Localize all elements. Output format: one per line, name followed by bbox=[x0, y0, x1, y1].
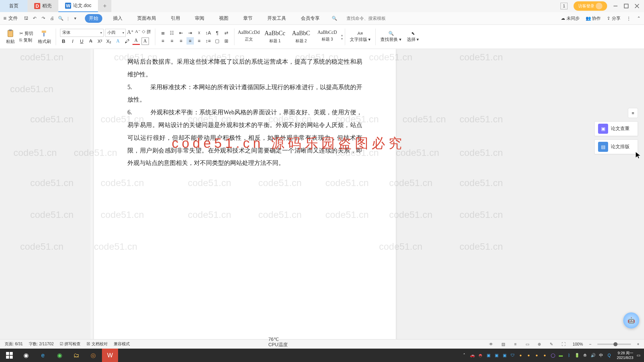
task-ie-icon[interactable]: e bbox=[35, 349, 51, 362]
tray-circle-icon[interactable]: ◯ bbox=[550, 352, 556, 358]
task-360-icon[interactable]: ◉ bbox=[52, 349, 68, 362]
tray-chevron-icon[interactable]: ˄ bbox=[461, 352, 467, 358]
tray-shield-icon[interactable]: 🛡 bbox=[509, 352, 516, 358]
qat-dropdown-icon[interactable]: ▾ bbox=[72, 15, 79, 22]
share-button[interactable]: ⇪ 分享 bbox=[607, 15, 621, 21]
align-right-icon[interactable]: ≡ bbox=[177, 37, 185, 45]
align-justify-icon[interactable]: ≡ bbox=[186, 37, 194, 45]
numbering-icon[interactable]: ☷ bbox=[168, 29, 176, 37]
align-center-icon[interactable]: ≡ bbox=[168, 37, 176, 45]
clock[interactable]: 9:28 周一 2021/8/23 bbox=[617, 351, 633, 360]
side-paper-check[interactable]: ▣论文查重 bbox=[594, 121, 638, 136]
menu-member[interactable]: 会员专享 bbox=[297, 14, 324, 23]
window-number[interactable]: 1 bbox=[560, 3, 568, 9]
underline-button[interactable]: U bbox=[78, 38, 86, 45]
font-color-icon[interactable]: A bbox=[132, 38, 140, 45]
undo-icon[interactable]: ↶ bbox=[31, 15, 38, 22]
menu-devtools[interactable]: 开发工具 bbox=[263, 14, 290, 23]
tab-home[interactable]: 首页 bbox=[0, 0, 28, 12]
copy-button[interactable]: ⎘ 复制 bbox=[19, 37, 33, 43]
tray-q-icon[interactable]: Q bbox=[606, 352, 612, 358]
phonetic-icon[interactable]: 拼 bbox=[147, 29, 151, 37]
borders-icon[interactable]: ⊞ bbox=[223, 37, 230, 45]
doc-paragraph[interactable]: 6. 外观和技术平衡：系统采用Web风格的界面设计，界面友好、美观，使用方便，易… bbox=[127, 106, 362, 170]
format-brush-button[interactable]: 格式刷 bbox=[35, 29, 54, 45]
menu-layout[interactable]: 页面布局 bbox=[133, 14, 160, 23]
close-icon[interactable] bbox=[635, 4, 639, 8]
line-spacing-icon[interactable]: ↕≡ bbox=[205, 37, 212, 45]
tray-volume-icon[interactable]: 🔊 bbox=[590, 352, 596, 358]
menu-insert[interactable]: 插入 bbox=[109, 14, 126, 23]
page-view-icon[interactable]: ▤ bbox=[500, 341, 506, 347]
zoom-out-button[interactable]: − bbox=[589, 342, 591, 347]
word-count[interactable]: 字数: 2/11702 bbox=[29, 341, 54, 347]
style-gallery[interactable]: AaBbCcDd正文 AaBbCc标题 1 AaBbC标题 2 AaBbCcD标… bbox=[236, 29, 343, 45]
para-mark-icon[interactable]: ¶ bbox=[214, 29, 221, 37]
read-view-icon[interactable]: ▭ bbox=[524, 341, 530, 347]
tray-ime-icon[interactable]: 中 bbox=[598, 352, 604, 358]
tab-new[interactable]: + bbox=[98, 0, 111, 12]
font-name-select[interactable]: 宋体 bbox=[60, 29, 104, 37]
cut-button[interactable]: ✂ 剪切 bbox=[19, 31, 33, 37]
style-normal[interactable]: AaBbCcDd正文 bbox=[236, 29, 261, 45]
menu-chapter[interactable]: 章节 bbox=[239, 14, 257, 23]
task-obs-icon[interactable]: ◉ bbox=[18, 349, 34, 362]
collapse-ribbon-icon[interactable]: ⌃ bbox=[637, 16, 641, 21]
menu-view[interactable]: 视图 bbox=[215, 14, 232, 23]
hamburger-icon[interactable]: ≡ bbox=[3, 15, 6, 21]
menu-start[interactable]: 开始 bbox=[85, 14, 102, 23]
font-size-select[interactable]: 小四 bbox=[105, 29, 126, 37]
superscript-button[interactable]: X² bbox=[96, 38, 104, 45]
assistant-floating-button[interactable]: 🤖 bbox=[623, 312, 639, 328]
tray-wifi-icon[interactable]: ⟰ bbox=[582, 352, 588, 358]
notifications-icon[interactable]: ▭ bbox=[635, 352, 641, 358]
zoom-in-button[interactable]: + bbox=[637, 342, 639, 347]
print-icon[interactable]: 🖨 bbox=[49, 15, 55, 22]
tray-battery-icon[interactable]: 🔋 bbox=[574, 352, 580, 358]
zoom-slider[interactable] bbox=[597, 344, 631, 345]
char-border-icon[interactable]: A bbox=[142, 38, 149, 45]
style-h2[interactable]: AaBbC标题 2 bbox=[289, 29, 314, 45]
task-wps-icon[interactable]: W bbox=[102, 349, 118, 362]
shading-icon[interactable]: ▢ bbox=[214, 37, 221, 45]
tray-dot1-icon[interactable]: ● bbox=[518, 352, 524, 358]
tab-daoke[interactable]: D 稻壳 bbox=[28, 0, 58, 12]
bullets-icon[interactable]: ≣ bbox=[159, 29, 167, 37]
zoom-level[interactable]: 100% bbox=[573, 342, 583, 347]
spellcheck-toggle[interactable]: ☑ 拼写检查 bbox=[60, 341, 80, 347]
collab-button[interactable]: 👥 协作 bbox=[586, 15, 601, 21]
shrink-font-icon[interactable]: A⁻ bbox=[135, 29, 140, 37]
web-view-icon[interactable]: ⊕ bbox=[536, 341, 542, 347]
bold-button[interactable]: B bbox=[60, 38, 67, 45]
find-replace-button[interactable]: 🔍查找替换 ▾ bbox=[378, 31, 404, 43]
text-effect-icon[interactable]: A bbox=[114, 38, 122, 45]
tray-dot4-icon[interactable]: ● bbox=[542, 352, 548, 358]
strike-button[interactable]: A bbox=[87, 38, 95, 45]
sync-status[interactable]: ☁ 未同步 bbox=[561, 15, 580, 21]
pen-icon[interactable]: ✎ bbox=[548, 341, 554, 347]
indent-inc-icon[interactable]: ⇥ bbox=[186, 29, 194, 37]
italic-button[interactable]: I bbox=[69, 38, 76, 45]
eye-icon[interactable]: 👁 bbox=[488, 341, 494, 347]
tray-app3-icon[interactable]: ▣ bbox=[501, 352, 507, 358]
menu-reference[interactable]: 引用 bbox=[167, 14, 184, 23]
tray-app-icon[interactable]: ▣ bbox=[485, 352, 491, 358]
maximize-icon[interactable] bbox=[624, 4, 629, 8]
tray-chat-icon[interactable]: ◓ bbox=[477, 352, 483, 358]
menu-review[interactable]: 审阅 bbox=[191, 14, 208, 23]
tab-document[interactable]: W 论文.doc bbox=[58, 0, 98, 12]
redo-icon[interactable]: ↷ bbox=[40, 15, 47, 22]
style-h1[interactable]: AaBbCc标题 1 bbox=[263, 29, 287, 45]
tab-icon[interactable]: ⇄ bbox=[223, 29, 230, 37]
clear-format-icon[interactable]: ◇ bbox=[142, 29, 145, 37]
tray-car-icon[interactable]: 🚗 bbox=[469, 352, 475, 358]
indent-dec-icon[interactable]: ⇤ bbox=[177, 29, 185, 37]
vertical-ruler[interactable] bbox=[91, 49, 94, 349]
minimize-icon[interactable] bbox=[613, 4, 618, 8]
proofread-toggle[interactable]: ☒ 文档校对 bbox=[87, 341, 107, 347]
preview-icon[interactable]: 🔍 bbox=[57, 15, 64, 22]
file-menu[interactable]: 文件 bbox=[8, 15, 18, 21]
align-left-icon[interactable]: ≡ bbox=[159, 37, 167, 45]
paste-button[interactable]: 粘贴 bbox=[3, 29, 17, 45]
task-explorer-icon[interactable]: 🗂 bbox=[68, 349, 85, 362]
